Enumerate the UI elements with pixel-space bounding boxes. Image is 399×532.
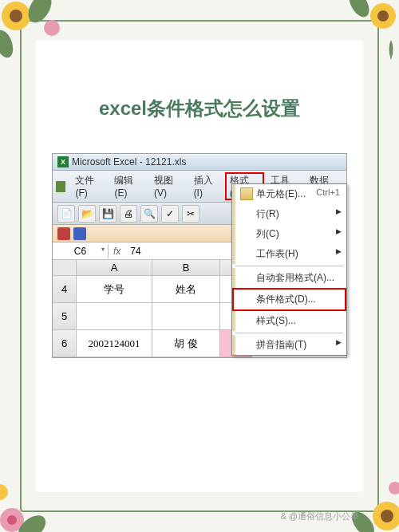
svg-point-12 (373, 502, 399, 530)
svg-point-4 (44, 20, 60, 36)
svg-point-9 (7, 515, 17, 525)
preview-button[interactable]: 🔍 (140, 205, 158, 223)
menu-edit[interactable]: 编辑(E) (109, 172, 148, 200)
submenu-arrow-icon: ▶ (336, 247, 342, 255)
row-header-6[interactable]: 6 (53, 330, 77, 357)
menu-insert[interactable]: 插入(I) (189, 172, 223, 200)
dropdown-conditional-format[interactable]: 条件格式(D)... (232, 288, 346, 311)
dropdown-column-label: 列(C) (256, 228, 279, 239)
dropdown-cells-label: 单元格(E)... (256, 188, 306, 199)
menu-file[interactable]: 文件(F) (70, 172, 108, 200)
cell-a5[interactable] (77, 303, 152, 330)
cut-button[interactable]: ✂ (182, 205, 200, 223)
watermark: & @通俗信息小公举 (280, 510, 359, 522)
row-header-4[interactable]: 4 (53, 276, 77, 303)
dropdown-cells-shortcut: Ctrl+1 (316, 187, 340, 197)
svg-point-3 (0, 28, 17, 61)
dropdown-separator (235, 333, 343, 333)
svg-point-13 (381, 510, 393, 522)
cell-a4[interactable]: 学号 (77, 276, 152, 303)
dropdown-sheet[interactable]: 工作表(H) ▶ (232, 244, 346, 264)
dropdown-autoformat[interactable]: 自动套用格式(A)... (232, 268, 346, 288)
svg-point-1 (10, 10, 22, 22)
svg-point-7 (345, 0, 373, 21)
name-box[interactable]: C6 (53, 244, 109, 258)
save-button[interactable]: 💾 (99, 205, 117, 223)
window-title: Microsoft Excel - 12121.xls (72, 156, 186, 167)
format-dropdown-menu: 单元格(E)... Ctrl+1 行(R) ▶ 列(C) ▶ 工作表(H) ▶ … (231, 183, 347, 356)
app-icon (56, 181, 65, 192)
dropdown-column[interactable]: 列(C) ▶ (232, 224, 346, 244)
cell-b5[interactable] (152, 303, 220, 330)
pdf-icon[interactable] (57, 227, 70, 240)
cell-b4[interactable]: 姓名 (152, 276, 220, 303)
svg-point-15 (389, 482, 399, 495)
row-header-5[interactable]: 5 (53, 303, 77, 330)
print-button[interactable]: 🖨 (120, 205, 137, 223)
dropdown-row[interactable]: 行(R) ▶ (232, 204, 346, 224)
svg-point-11 (0, 484, 8, 500)
title-bar: X Microsoft Excel - 12121.xls (53, 154, 346, 171)
open-button[interactable]: 📂 (78, 205, 96, 223)
select-all-corner[interactable] (53, 260, 77, 276)
content-card: excel条件格式怎么设置 X Microsoft Excel - 12121.… (36, 40, 363, 492)
cell-b6[interactable]: 胡 俊 (152, 330, 220, 357)
svg-point-10 (14, 510, 50, 532)
pdf-icon-2[interactable] (73, 227, 86, 240)
column-header-b[interactable]: B (152, 260, 220, 276)
dropdown-phonetic-label: 拼音指南(T) (256, 339, 306, 350)
excel-logo-icon: X (57, 156, 69, 167)
page-title: excel条件格式怎么设置 (99, 96, 300, 121)
svg-point-6 (377, 10, 389, 22)
svg-point-2 (24, 0, 57, 26)
svg-point-0 (2, 2, 30, 30)
submenu-arrow-icon: ▶ (336, 227, 342, 235)
dropdown-cells[interactable]: 单元格(E)... Ctrl+1 (232, 184, 346, 204)
submenu-arrow-icon: ▶ (336, 207, 342, 215)
new-button[interactable]: 📄 (57, 205, 75, 223)
dropdown-phonetic[interactable]: 拼音指南(T) ▶ (232, 335, 346, 355)
dropdown-separator (235, 266, 343, 266)
spell-button[interactable]: ✓ (161, 205, 179, 223)
cell-a6[interactable]: 2002124001 (77, 330, 152, 357)
svg-point-8 (0, 508, 24, 532)
svg-point-5 (370, 3, 396, 29)
dropdown-sheet-label: 工作表(H) (256, 248, 298, 259)
menu-view[interactable]: 视图(V) (149, 172, 188, 200)
fx-label[interactable]: fx (109, 246, 125, 257)
excel-screenshot: X Microsoft Excel - 12121.xls 文件(F) 编辑(E… (52, 153, 347, 358)
submenu-arrow-icon: ▶ (336, 338, 342, 346)
dropdown-row-label: 行(R) (256, 208, 279, 219)
dropdown-style[interactable]: 样式(S)... (232, 311, 346, 331)
column-header-a[interactable]: A (77, 260, 152, 276)
